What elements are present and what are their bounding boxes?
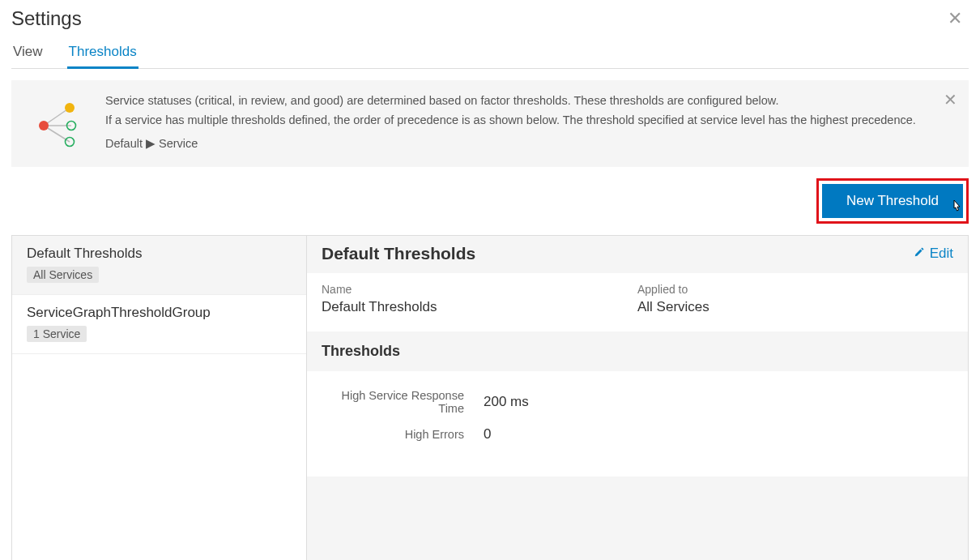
edit-label: Edit <box>930 246 953 262</box>
info-banner: Service statuses (critical, in review, a… <box>11 80 969 167</box>
sidebar-item-title: Default Thresholds <box>27 246 292 262</box>
threshold-label: High Errors <box>322 428 484 441</box>
meta-name-value: Default Thresholds <box>322 299 637 315</box>
pencil-icon <box>914 246 925 262</box>
threshold-value: 200 ms <box>484 394 529 410</box>
detail-panel: Default Thresholds Edit Name Default Thr… <box>307 236 968 560</box>
meta-name-label: Name <box>322 283 637 296</box>
detail-title: Default Thresholds <box>322 244 475 263</box>
new-threshold-button[interactable]: New Threshold <box>822 184 963 218</box>
info-line-2: If a service has multiple thresholds def… <box>105 111 954 129</box>
sidebar-item-default-thresholds[interactable]: Default Thresholds All Services <box>12 236 306 295</box>
sidebar-item-title: ServiceGraphThresholdGroup <box>27 305 292 321</box>
threshold-label: High Service Response Time <box>322 389 484 415</box>
sidebar-item-servicegraphthresholdgroup[interactable]: ServiceGraphThresholdGroup 1 Service <box>12 295 306 354</box>
close-icon[interactable]: ✕ <box>941 5 969 32</box>
empty-footer-region <box>307 477 968 560</box>
svg-point-3 <box>39 121 49 130</box>
tab-view[interactable]: View <box>11 39 45 69</box>
banner-close-icon[interactable]: ✕ <box>944 90 957 109</box>
page-title: Settings <box>11 7 82 30</box>
service-graph-icon <box>26 92 91 148</box>
edit-button[interactable]: Edit <box>914 246 953 262</box>
tab-thresholds[interactable]: Thresholds <box>67 39 138 69</box>
threshold-value: 0 <box>484 426 491 442</box>
meta-applied-value: All Services <box>637 299 953 315</box>
highlight-box: New Threshold <box>816 178 969 224</box>
sidebar-item-badge: 1 Service <box>27 326 87 342</box>
threshold-list-sidebar: Default Thresholds All Services ServiceG… <box>12 236 307 560</box>
tabs: View Thresholds <box>11 39 969 69</box>
threshold-row: High Service Response Time 200 ms <box>322 389 953 415</box>
svg-point-4 <box>65 103 75 113</box>
sidebar-item-badge: All Services <box>27 267 99 283</box>
info-line-1: Service statuses (critical, in review, a… <box>105 92 954 109</box>
meta-applied-label: Applied to <box>637 283 953 296</box>
main-panel: Default Thresholds All Services ServiceG… <box>11 235 969 560</box>
info-precedence: Default ▶ Service <box>105 135 954 152</box>
threshold-row: High Errors 0 <box>322 426 953 442</box>
thresholds-section-header: Thresholds <box>307 331 968 371</box>
